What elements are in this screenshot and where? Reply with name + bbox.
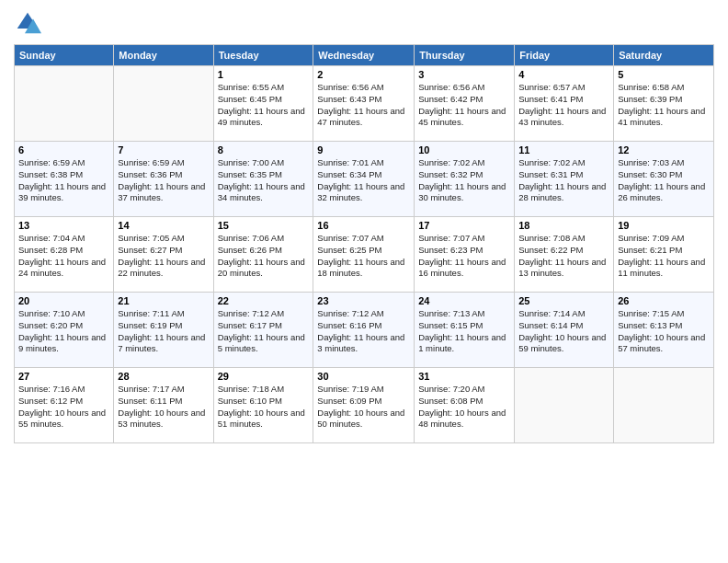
day-number: 5 [618, 69, 710, 80]
day-number: 18 [518, 220, 609, 231]
day-number: 8 [218, 144, 310, 155]
header-cell-sunday: Sunday [15, 45, 114, 66]
day-info: Sunrise: 7:20 AM Sunset: 6:08 PM Dayligh… [418, 384, 510, 431]
day-number: 19 [618, 220, 710, 231]
day-cell: 1Sunrise: 6:55 AM Sunset: 6:45 PM Daylig… [213, 66, 313, 142]
calendar: SundayMondayTuesdayWednesdayThursdayFrid… [14, 44, 714, 443]
day-cell: 17Sunrise: 7:07 AM Sunset: 6:23 PM Dayli… [415, 217, 515, 293]
day-cell: 19Sunrise: 7:09 AM Sunset: 6:21 PM Dayli… [614, 217, 714, 293]
day-info: Sunrise: 6:59 AM Sunset: 6:38 PM Dayligh… [18, 157, 109, 204]
day-number: 16 [317, 220, 410, 231]
day-cell: 5Sunrise: 6:58 AM Sunset: 6:39 PM Daylig… [614, 66, 714, 142]
day-cell: 20Sunrise: 7:10 AM Sunset: 6:20 PM Dayli… [15, 293, 114, 368]
day-cell: 24Sunrise: 7:13 AM Sunset: 6:15 PM Dayli… [415, 293, 515, 368]
day-number: 7 [118, 144, 209, 155]
day-cell: 26Sunrise: 7:15 AM Sunset: 6:13 PM Dayli… [614, 293, 714, 368]
day-cell: 25Sunrise: 7:14 AM Sunset: 6:14 PM Dayli… [515, 293, 614, 368]
day-info: Sunrise: 7:06 AM Sunset: 6:26 PM Dayligh… [218, 233, 310, 280]
day-info: Sunrise: 7:02 AM Sunset: 6:31 PM Dayligh… [518, 157, 609, 204]
day-info: Sunrise: 7:10 AM Sunset: 6:20 PM Dayligh… [18, 308, 109, 355]
day-info: Sunrise: 7:15 AM Sunset: 6:13 PM Dayligh… [618, 308, 710, 355]
day-info: Sunrise: 6:59 AM Sunset: 6:36 PM Dayligh… [118, 157, 209, 204]
week-row-0: 1Sunrise: 6:55 AM Sunset: 6:45 PM Daylig… [15, 66, 714, 142]
header-cell-friday: Friday [515, 45, 614, 66]
day-info: Sunrise: 7:02 AM Sunset: 6:32 PM Dayligh… [418, 157, 510, 204]
week-row-1: 6Sunrise: 6:59 AM Sunset: 6:38 PM Daylig… [15, 142, 714, 217]
header [14, 9, 714, 37]
day-info: Sunrise: 7:12 AM Sunset: 6:16 PM Dayligh… [317, 308, 410, 355]
logo [14, 9, 44, 37]
header-row: SundayMondayTuesdayWednesdayThursdayFrid… [15, 45, 714, 66]
day-info: Sunrise: 7:09 AM Sunset: 6:21 PM Dayligh… [618, 233, 710, 280]
day-number: 1 [218, 69, 310, 80]
day-info: Sunrise: 7:04 AM Sunset: 6:28 PM Dayligh… [18, 233, 109, 280]
day-number: 28 [118, 371, 209, 382]
day-cell: 28Sunrise: 7:17 AM Sunset: 6:11 PM Dayli… [114, 368, 213, 443]
day-cell: 21Sunrise: 7:11 AM Sunset: 6:19 PM Dayli… [114, 293, 213, 368]
day-info: Sunrise: 6:58 AM Sunset: 6:39 PM Dayligh… [618, 82, 710, 129]
day-cell: 22Sunrise: 7:12 AM Sunset: 6:17 PM Dayli… [213, 293, 313, 368]
day-number: 22 [218, 295, 310, 306]
day-cell [515, 368, 614, 443]
day-info: Sunrise: 7:05 AM Sunset: 6:27 PM Dayligh… [118, 233, 209, 280]
day-cell: 18Sunrise: 7:08 AM Sunset: 6:22 PM Dayli… [515, 217, 614, 293]
day-cell: 15Sunrise: 7:06 AM Sunset: 6:26 PM Dayli… [213, 217, 313, 293]
day-info: Sunrise: 7:07 AM Sunset: 6:23 PM Dayligh… [418, 233, 510, 280]
day-number: 17 [418, 220, 510, 231]
day-number: 26 [618, 295, 710, 306]
day-cell: 14Sunrise: 7:05 AM Sunset: 6:27 PM Dayli… [114, 217, 213, 293]
day-number: 12 [618, 144, 710, 155]
day-cell [15, 66, 114, 142]
day-cell [114, 66, 213, 142]
day-info: Sunrise: 7:03 AM Sunset: 6:30 PM Dayligh… [618, 157, 710, 204]
day-number: 3 [418, 69, 510, 80]
day-info: Sunrise: 7:11 AM Sunset: 6:19 PM Dayligh… [118, 308, 209, 355]
day-cell: 11Sunrise: 7:02 AM Sunset: 6:31 PM Dayli… [515, 142, 614, 217]
day-number: 23 [317, 295, 410, 306]
day-cell: 16Sunrise: 7:07 AM Sunset: 6:25 PM Dayli… [313, 217, 415, 293]
day-number: 6 [18, 144, 109, 155]
day-info: Sunrise: 7:00 AM Sunset: 6:35 PM Dayligh… [218, 157, 310, 204]
day-number: 21 [118, 295, 209, 306]
day-info: Sunrise: 7:16 AM Sunset: 6:12 PM Dayligh… [18, 384, 109, 431]
day-number: 15 [218, 220, 310, 231]
day-number: 9 [317, 144, 410, 155]
day-info: Sunrise: 6:55 AM Sunset: 6:45 PM Dayligh… [218, 82, 310, 129]
day-number: 25 [518, 295, 609, 306]
day-cell: 4Sunrise: 6:57 AM Sunset: 6:41 PM Daylig… [515, 66, 614, 142]
week-row-2: 13Sunrise: 7:04 AM Sunset: 6:28 PM Dayli… [15, 217, 714, 293]
day-number: 29 [218, 371, 310, 382]
day-cell: 29Sunrise: 7:18 AM Sunset: 6:10 PM Dayli… [213, 368, 313, 443]
page-container: SundayMondayTuesdayWednesdayThursdayFrid… [0, 0, 728, 448]
header-cell-monday: Monday [114, 45, 213, 66]
logo-icon [14, 9, 41, 37]
day-number: 10 [418, 144, 510, 155]
day-number: 2 [317, 69, 410, 80]
day-number: 14 [118, 220, 209, 231]
header-cell-tuesday: Tuesday [213, 45, 313, 66]
day-number: 27 [18, 371, 109, 382]
day-number: 24 [418, 295, 510, 306]
day-info: Sunrise: 7:18 AM Sunset: 6:10 PM Dayligh… [218, 384, 310, 431]
day-number: 11 [518, 144, 609, 155]
day-cell: 30Sunrise: 7:19 AM Sunset: 6:09 PM Dayli… [313, 368, 415, 443]
day-cell: 8Sunrise: 7:00 AM Sunset: 6:35 PM Daylig… [213, 142, 313, 217]
day-info: Sunrise: 7:19 AM Sunset: 6:09 PM Dayligh… [317, 384, 410, 431]
day-cell: 2Sunrise: 6:56 AM Sunset: 6:43 PM Daylig… [313, 66, 415, 142]
day-cell: 7Sunrise: 6:59 AM Sunset: 6:36 PM Daylig… [114, 142, 213, 217]
day-info: Sunrise: 7:07 AM Sunset: 6:25 PM Dayligh… [317, 233, 410, 280]
week-row-4: 27Sunrise: 7:16 AM Sunset: 6:12 PM Dayli… [15, 368, 714, 443]
day-cell: 13Sunrise: 7:04 AM Sunset: 6:28 PM Dayli… [15, 217, 114, 293]
day-info: Sunrise: 7:01 AM Sunset: 6:34 PM Dayligh… [317, 157, 410, 204]
day-number: 20 [18, 295, 109, 306]
day-cell [614, 368, 714, 443]
day-cell: 3Sunrise: 6:56 AM Sunset: 6:42 PM Daylig… [415, 66, 515, 142]
day-info: Sunrise: 7:12 AM Sunset: 6:17 PM Dayligh… [218, 308, 310, 355]
day-cell: 31Sunrise: 7:20 AM Sunset: 6:08 PM Dayli… [415, 368, 515, 443]
day-number: 13 [18, 220, 109, 231]
day-info: Sunrise: 6:56 AM Sunset: 6:43 PM Dayligh… [317, 82, 410, 129]
day-info: Sunrise: 7:14 AM Sunset: 6:14 PM Dayligh… [518, 308, 609, 355]
day-info: Sunrise: 6:57 AM Sunset: 6:41 PM Dayligh… [518, 82, 609, 129]
header-cell-wednesday: Wednesday [313, 45, 415, 66]
day-info: Sunrise: 7:08 AM Sunset: 6:22 PM Dayligh… [518, 233, 609, 280]
